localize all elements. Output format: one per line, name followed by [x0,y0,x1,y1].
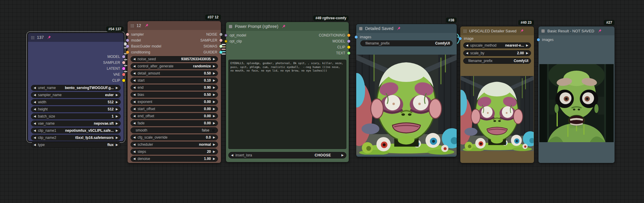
next-arrow-icon[interactable]: ▶ [116,115,118,118]
prev-arrow-icon[interactable]: ◀ [231,154,233,157]
prev-arrow-icon[interactable]: ◀ [34,143,36,146]
next-arrow-icon[interactable]: ▶ [526,44,528,47]
prev-arrow-icon[interactable]: ◀ [133,79,136,82]
widget-start[interactable]: ◀start0.10▶ [131,77,218,83]
prev-arrow-icon[interactable]: ◀ [133,86,136,89]
node-upscaled-detailer-saved[interactable]: #40 23 UPSCALED Detailer Saved image ◀up… [460,26,534,163]
prev-arrow-icon[interactable]: ◀ [133,93,136,96]
widget-noise-seed[interactable]: ◀noise_seed938572633433035▶ [131,56,218,62]
prev-arrow-icon[interactable]: ◀ [133,157,136,160]
widget-end[interactable]: ◀end0.90▶ [131,85,218,91]
prev-arrow-icon[interactable]: ◀ [466,52,468,55]
output-port-sigmas[interactable] [219,45,222,48]
widget-batch-size[interactable]: ◀batch_size1▶ [31,113,121,119]
node-137[interactable]: #54 137 137 MODEL SAMPLER LATENT VAE CLI… [28,33,124,142]
input-port-basicguider-model[interactable] [126,45,129,48]
widget-denoise[interactable]: ◀denoise1.00▶ [131,156,218,162]
input-port-opt-model[interactable] [224,34,227,37]
widget-bias[interactable]: ◀bias0.50▶ [131,92,218,98]
next-arrow-icon[interactable]: ▶ [213,65,215,68]
output-port-latent[interactable] [122,67,125,70]
next-arrow-icon[interactable]: ▶ [116,108,118,111]
widget-height[interactable]: ◀height512▶ [31,106,121,112]
widget-vae-name[interactable]: ◀vae_namenepovae.sft▶ [31,120,121,126]
next-arrow-icon[interactable]: ▶ [213,107,215,110]
prev-arrow-icon[interactable]: ◀ [34,93,36,96]
next-arrow-icon[interactable]: ▶ [213,100,215,103]
widget-start-offset[interactable]: ◀start_offset0.00▶ [131,106,218,112]
next-arrow-icon[interactable]: ▶ [213,122,215,125]
prompt-textarea[interactable]: EYEBALLS, sploodge, goober, photoreal, 8… [228,60,346,149]
widget-upscale-method[interactable]: ◀upscale_methodnearest-e...▶ [463,42,531,48]
output-port-text[interactable] [347,52,350,55]
prev-arrow-icon[interactable]: ◀ [133,107,136,110]
prev-arrow-icon[interactable]: ◀ [34,86,36,89]
next-arrow-icon[interactable]: ▶ [116,101,118,104]
node-detailed-saved[interactable]: #38 Detailed Saved images filename_prefi… [356,24,457,157]
input-port-images[interactable] [355,36,358,39]
prev-arrow-icon[interactable]: ◀ [34,129,36,132]
node-header[interactable]: 12 [128,21,221,30]
next-arrow-icon[interactable]: ▶ [213,150,215,153]
output-port-conditioning[interactable] [347,34,350,37]
toggle-knob[interactable] [211,129,215,132]
output-port-sampler[interactable] [219,39,222,42]
output-port-model[interactable] [122,55,125,58]
output-port-noise[interactable] [219,33,222,36]
collapse-grid-icon[interactable] [31,36,34,39]
widget-type[interactable]: ◀typeflux▶ [31,142,121,148]
widget-fade[interactable]: ◀fade0.00▶ [131,120,218,126]
collapse-icon[interactable] [229,25,232,28]
prev-arrow-icon[interactable]: ◀ [34,136,36,139]
widget-scale-by[interactable]: ◀scale_by2.00▶ [463,50,531,56]
next-arrow-icon[interactable]: ▶ [213,79,215,82]
next-arrow-icon[interactable]: ▶ [116,122,118,125]
next-arrow-icon[interactable]: ▶ [116,129,118,132]
prev-arrow-icon[interactable]: ◀ [133,150,136,153]
prev-arrow-icon[interactable]: ◀ [133,72,136,75]
prev-arrow-icon[interactable]: ◀ [34,108,36,111]
next-arrow-icon[interactable]: ▶ [116,86,118,89]
prev-arrow-icon[interactable]: ◀ [133,65,136,68]
collapse-grid-icon[interactable] [463,29,466,33]
node-header[interactable]: UPSCALED Detailer Saved [460,26,534,35]
next-arrow-icon[interactable]: ▶ [213,136,215,139]
widget-unet-name[interactable]: ◀unet_namebento_servingTWOGGUF.g...▶ [31,85,121,91]
next-arrow-icon[interactable]: ▶ [213,157,215,160]
input-port-model[interactable] [126,39,129,42]
prev-arrow-icon[interactable]: ◀ [133,115,136,118]
next-arrow-icon[interactable]: ▶ [116,143,118,146]
node-12[interactable]: #37 12 12 sampler model BasicGuider mode… [127,21,221,163]
widget-width[interactable]: ◀width512▶ [31,99,121,105]
input-port-opt-clip[interactable] [224,40,227,43]
widget-filename-prefix[interactable]: filename_prefixComfyUI [360,40,453,46]
node-header[interactable]: Detailed Saved [356,24,457,33]
collapse-grid-icon[interactable] [131,24,134,27]
prev-arrow-icon[interactable]: ◀ [133,100,136,103]
next-arrow-icon[interactable]: ▶ [213,143,215,146]
widget-steps[interactable]: ◀steps20▶ [131,149,218,155]
next-arrow-icon[interactable]: ▶ [526,52,528,55]
prev-arrow-icon[interactable]: ◀ [34,122,36,125]
output-port-clip[interactable] [122,79,125,82]
next-arrow-icon[interactable]: ▶ [116,93,118,96]
node-basic-result[interactable]: #27 Basic Result - NOT SAVED images [538,26,615,163]
widget-cfg-scale-override[interactable]: ◀cfg_scale_override0.0▶ [131,134,218,140]
input-port-conditioning[interactable] [126,51,129,54]
prev-arrow-icon[interactable]: ◀ [34,115,36,118]
next-arrow-icon[interactable]: ▶ [213,115,215,118]
node-header[interactable]: 137 [28,33,124,42]
next-arrow-icon[interactable]: ▶ [341,154,344,157]
output-port-vae[interactable] [122,73,125,76]
node-graph-canvas[interactable]: #54 137 137 MODEL SAMPLER LATENT VAE CLI… [0,0,644,203]
widget-clip-name2[interactable]: ◀clip_name2t5xxl_fp16.safetensors▶ [31,135,121,141]
widget-smooth-toggle[interactable]: smoothfalse [131,127,218,133]
node-header[interactable]: Basic Result - NOT SAVED [538,26,615,35]
next-arrow-icon[interactable]: ▶ [116,136,118,139]
output-port-model[interactable] [347,40,350,43]
widget-insert-lora[interactable]: ◀ insert_lora CHOOSE ▶ [228,152,346,158]
collapse-icon[interactable] [359,27,362,30]
prev-arrow-icon[interactable]: ◀ [34,101,36,104]
input-port-images[interactable] [537,38,540,41]
prev-arrow-icon[interactable]: ◀ [133,136,136,139]
